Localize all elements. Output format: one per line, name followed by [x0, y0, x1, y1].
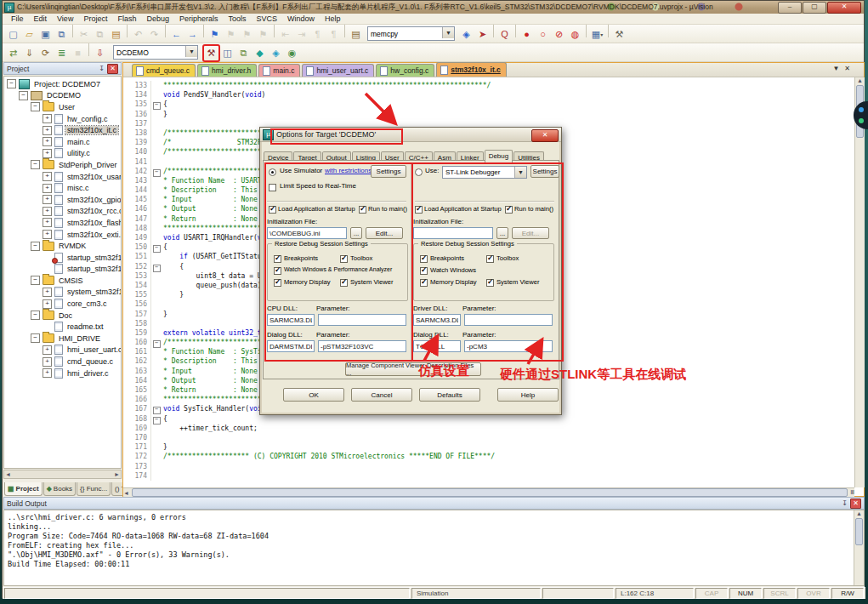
- find-magnifier-icon[interactable]: Q: [496, 26, 513, 43]
- code-line-172[interactable]: 172/******************** (C) COPYRIGHT 2…: [123, 452, 854, 461]
- tree-item-dcdemo[interactable]: −DCDEMO: [4, 90, 121, 102]
- fold-collapse-icon[interactable]: −: [151, 414, 162, 424]
- scroll-right-icon[interactable]: ►: [114, 471, 120, 477]
- menu-peripherals[interactable]: Peripherals: [174, 14, 224, 23]
- init-file-input-hw[interactable]: [413, 227, 493, 239]
- run-to-main-checkbox-hw[interactable]: [505, 206, 513, 214]
- use-simulator-radio[interactable]: [269, 168, 276, 176]
- tree-expander-icon[interactable]: +: [43, 345, 52, 355]
- goto-reference-icon[interactable]: ➤: [474, 26, 491, 43]
- target-select-combo[interactable]: DCDEMO ▼: [113, 45, 198, 60]
- tree-expander-icon[interactable]: −: [31, 276, 40, 285]
- indent-icon[interactable]: ⇥: [293, 26, 309, 43]
- tree-item-cmd-queue-c[interactable]: +cmd_queue.c: [4, 356, 121, 368]
- ok-button[interactable]: OK: [283, 388, 344, 402]
- limit-speed-checkbox[interactable]: [269, 184, 276, 191]
- system-viewer-checkbox-sim[interactable]: [340, 279, 348, 287]
- tree-expander-icon[interactable]: −: [31, 160, 40, 169]
- load-app-checkbox-hw[interactable]: [415, 206, 423, 214]
- find-in-files-book-icon[interactable]: ▤: [348, 26, 364, 43]
- editor-tab-hmi-driver-h[interactable]: hmi_driver.h: [197, 64, 257, 77]
- editor-vscrollbar[interactable]: ▲: [854, 77, 865, 487]
- cut-icon[interactable]: ✂: [76, 26, 92, 43]
- tree-expander-icon[interactable]: +: [43, 207, 52, 216]
- menu-window[interactable]: Window: [282, 14, 320, 23]
- menu-svcs[interactable]: SVCS: [252, 14, 283, 23]
- find-combo[interactable]: memcpy ▼: [367, 26, 455, 41]
- configure-icon[interactable]: ⚒: [611, 26, 627, 43]
- init-file-browse-button-hw[interactable]: ...: [496, 227, 508, 239]
- tree-expander-icon[interactable]: −: [31, 242, 40, 251]
- menu-file[interactable]: File: [6, 14, 29, 23]
- manage-project-items-icon[interactable]: ◫: [219, 45, 235, 61]
- nav-back-icon[interactable]: ←: [168, 26, 184, 43]
- run-to-main-checkbox-sim[interactable]: [359, 206, 366, 214]
- tree-expander-icon[interactable]: +: [43, 299, 52, 309]
- menu-edit[interactable]: Edit: [29, 14, 53, 23]
- save-file-icon[interactable]: ▣: [37, 26, 54, 43]
- tree-item-hmi-driver-c[interactable]: +hmi_driver.c: [4, 368, 121, 379]
- window-layout-icon[interactable]: ▦▾: [589, 26, 605, 43]
- close-button[interactable]: ✕: [827, 2, 861, 14]
- tree-item-doc[interactable]: −Doc: [4, 310, 121, 322]
- use-debugger-radio[interactable]: [415, 168, 423, 176]
- tree-item-startup-stm32f10x-hd-s[interactable]: startup_stm32f10x_hd.s: [4, 252, 121, 264]
- batch-build-icon[interactable]: ≣: [54, 45, 70, 61]
- system-viewer-checkbox-hw[interactable]: [486, 279, 494, 287]
- undo-icon[interactable]: ↶: [130, 26, 146, 43]
- new-file-icon[interactable]: ▢: [5, 26, 21, 43]
- panel-tab-func[interactable]: {} Func...: [77, 482, 111, 496]
- code-line-136[interactable]: 136}: [123, 110, 854, 119]
- fold-collapse-icon[interactable]: −: [151, 262, 162, 271]
- debugger-select-combo[interactable]: ST-Link Debugger ▼: [442, 166, 527, 179]
- project-tree-hscrollbar[interactable]: ◄ ►: [3, 470, 122, 479]
- editor-hscrollbar[interactable]: ◄Ⅲ: [123, 487, 854, 497]
- load-app-checkbox-sim[interactable]: [269, 206, 276, 214]
- cpu-dll-parameter-input[interactable]: [318, 314, 406, 326]
- tree-item-hmi-drive[interactable]: −HMI_DRIVE: [4, 333, 121, 345]
- editor-tab-hmi-user-uart-c[interactable]: hmi_user_uart.c: [302, 64, 374, 77]
- fold-collapse-icon[interactable]: −: [151, 242, 162, 252]
- close-icon[interactable]: ✕: [850, 499, 861, 509]
- tree-item-misc-c[interactable]: +misc.c: [4, 182, 121, 194]
- dialog-tab-debug[interactable]: Debug: [485, 150, 513, 164]
- with-restrictions-link[interactable]: with restrictions: [325, 167, 372, 174]
- tree-expander-icon[interactable]: +: [43, 137, 52, 146]
- tree-expander-icon[interactable]: +: [43, 288, 52, 297]
- tree-item-stm32f10x-it-c[interactable]: +stm32f10x_it.c: [4, 124, 121, 136]
- copy-icon[interactable]: ⧉: [92, 26, 108, 43]
- tree-item-user[interactable]: −User: [4, 101, 121, 113]
- debugger-settings-button[interactable]: Settings: [530, 165, 559, 178]
- panel-tab-books[interactable]: ◆Books: [43, 482, 76, 496]
- close-icon[interactable]: ✕: [107, 64, 118, 74]
- menu-flash[interactable]: Flash: [112, 14, 141, 23]
- minimize-button[interactable]: –: [778, 2, 802, 14]
- tree-item-stdperiph-driver[interactable]: −StdPeriph_Driver: [4, 159, 121, 171]
- tree-expander-icon[interactable]: +: [43, 195, 52, 204]
- code-line-173[interactable]: 173: [123, 462, 854, 471]
- panel-tab-project[interactable]: ▦Project: [4, 482, 43, 496]
- maximize-button[interactable]: ▢: [803, 2, 826, 14]
- tree-expander-icon[interactable]: +: [43, 230, 52, 239]
- breakpoint-disable-icon[interactable]: ○: [535, 26, 551, 43]
- chevron-down-icon[interactable]: ▼: [514, 167, 526, 178]
- dialog-dll-parameter-input-sim[interactable]: [318, 340, 406, 352]
- code-line-170[interactable]: 170: [123, 433, 854, 442]
- tree-item-project-dcdemo7[interactable]: −Project: DCDEMO7: [4, 78, 121, 90]
- menu-project[interactable]: Project: [78, 14, 112, 23]
- watch-windows-checkbox-hw[interactable]: [420, 267, 428, 275]
- target-options-icon[interactable]: ⚒: [203, 45, 219, 61]
- tree-expander-icon[interactable]: −: [31, 311, 40, 320]
- init-file-input-sim[interactable]: [267, 227, 347, 239]
- fold-collapse-icon[interactable]: −: [151, 167, 162, 176]
- help-button[interactable]: Help: [497, 388, 559, 402]
- manage-books-icon[interactable]: ⧉: [235, 45, 252, 61]
- breakpoints-checkbox-hw[interactable]: [420, 255, 428, 263]
- tree-item-stm32f10x-gpio-c[interactable]: +stm32f10x_gpio.c: [4, 194, 121, 206]
- fold-collapse-icon[interactable]: −: [151, 338, 162, 347]
- start-debug-session-icon[interactable]: ◆: [252, 45, 268, 61]
- nav-forward-icon[interactable]: →: [184, 26, 201, 43]
- tree-expander-icon[interactable]: −: [31, 333, 40, 343]
- save-all-icon[interactable]: ⧉: [54, 26, 70, 43]
- tree-item-stm32f10x-flash-c[interactable]: +stm32f10x_flash.c: [4, 217, 121, 229]
